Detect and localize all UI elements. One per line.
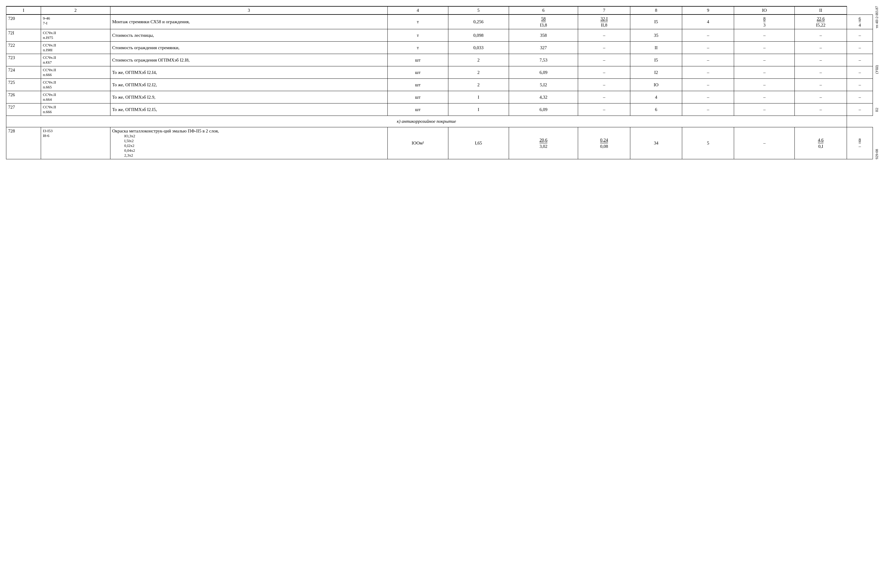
- col-header-2: 2: [41, 6, 110, 15]
- row-col10: –: [795, 54, 847, 66]
- row-col6: –: [578, 66, 630, 79]
- row-col6: –: [578, 54, 630, 66]
- col-header-8: 8: [630, 6, 682, 15]
- row-col7: IO: [630, 79, 682, 91]
- row-description: Стоимость лестницы,: [110, 29, 387, 42]
- row-id: 720: [6, 15, 41, 29]
- row-col5: 58 I3,8: [509, 15, 578, 29]
- row-col11: –: [847, 42, 873, 54]
- row-code: ССЧч.II п.666: [41, 66, 110, 79]
- row-col8: 4: [682, 15, 734, 29]
- row-col4: 0,098: [448, 29, 509, 42]
- row-code: ССЧч.II п.I975: [41, 29, 110, 42]
- row-col5: 7,53: [509, 54, 578, 66]
- row-description-728: Окраска металлоконструк-ций эмалью ПФ-II…: [110, 128, 387, 159]
- row-col4: 2: [448, 66, 509, 79]
- row-id: 723: [6, 54, 41, 66]
- row-col6: –: [578, 79, 630, 91]
- row-col9: –: [734, 128, 795, 159]
- row-id: 728: [6, 128, 41, 159]
- row-col11: –: [847, 54, 873, 66]
- table-row: 723 ССЧч.II п.€67 Стоимость ограждения О…: [6, 54, 873, 66]
- row-col7: 34: [630, 128, 682, 159]
- row-col4: 2: [448, 54, 509, 66]
- row-unit: шт: [387, 54, 448, 66]
- row-code: ССЧч.II п.666: [41, 104, 110, 116]
- table-row: 726 ССЧч.II п.664 То же, ОГПМХэб I2.9, ш…: [6, 91, 873, 104]
- row-col5: 6,09: [509, 66, 578, 79]
- row-col10: 4,6 0,I: [795, 128, 847, 159]
- row-col5: 20,6 3,02: [509, 128, 578, 159]
- row-col10: –: [795, 79, 847, 91]
- row-col4: I: [448, 91, 509, 104]
- right-margin-labels: тп 4II-2-I83.87 (УШ) II2 929-08: [873, 6, 885, 159]
- row-col4: I,65: [448, 128, 509, 159]
- section-header-text: к) антикоррозийное покрытие: [6, 116, 847, 128]
- row-col8: –: [682, 54, 734, 66]
- section-header-row: к) антикоррозийное покрытие: [6, 116, 873, 128]
- right-label-bottom-full: 929-08: [875, 146, 885, 159]
- row-unit: т: [387, 42, 448, 54]
- row-unit: шт: [387, 66, 448, 79]
- table-row: 724 ССЧч.II п.666 То же, ОГПМХэб I2.I4, …: [6, 66, 873, 79]
- col-header-5: 5: [448, 6, 509, 15]
- row-col8: 5: [682, 128, 734, 159]
- row-description: То же, ОГПМХэб I2.9,: [110, 91, 387, 104]
- table-row: 722 ССЧч.II п.I98I Стоимость ограждения …: [6, 42, 873, 54]
- row-col9: –: [734, 104, 795, 116]
- row-code: ССЧч.II п.I98I: [41, 42, 110, 54]
- row-col9: –: [734, 29, 795, 42]
- row-id: 724: [6, 66, 41, 79]
- row-col9: –: [734, 54, 795, 66]
- row-col8: –: [682, 42, 734, 54]
- row-id: 726: [6, 91, 41, 104]
- row-col5: 4,32: [509, 91, 578, 104]
- row-id: 725: [6, 79, 41, 91]
- row-col11: –: [847, 104, 873, 116]
- table-row: 727 ССЧч.II п.666 То же, ОГПМХэб I2.I5, …: [6, 104, 873, 116]
- row-col10: 22,6 I5,22: [795, 15, 847, 29]
- row-col8: –: [682, 91, 734, 104]
- row-col5: 358: [509, 29, 578, 42]
- row-col7: I2: [630, 66, 682, 79]
- row-description: Стоимость ограждения стремянки,: [110, 42, 387, 54]
- row-id: 72I: [6, 29, 41, 42]
- row-col8: –: [682, 104, 734, 116]
- row-col5: 5,I2: [509, 79, 578, 91]
- row-code: ССЧч.II п.€67: [41, 54, 110, 66]
- right-label-top: тп 4II-2-I83.87: [875, 6, 885, 32]
- main-table: I 2 3 4 5 6 7 8 9 IO II 720 9-46 7-I: [6, 6, 873, 159]
- row-col7: 4: [630, 91, 682, 104]
- row-col7: I5: [630, 54, 682, 66]
- row-col7: I5: [630, 15, 682, 29]
- col-header-6: 6: [509, 6, 578, 15]
- table-row: 72I ССЧч.II п.I975 Стоимость лестницы, т…: [6, 29, 873, 42]
- row-unit: шт: [387, 79, 448, 91]
- row-col10: –: [795, 42, 847, 54]
- row-unit: шт: [387, 91, 448, 104]
- row-col9: –: [734, 79, 795, 91]
- row-col8: –: [682, 66, 734, 79]
- row-col11: 6 4: [847, 15, 873, 29]
- row-col6: –: [578, 29, 630, 42]
- row-col11: –: [847, 29, 873, 42]
- row-col8: –: [682, 29, 734, 42]
- row-col4: 0,033: [448, 42, 509, 54]
- page-wrapper: I 2 3 4 5 6 7 8 9 IO II 720 9-46 7-I: [6, 6, 885, 159]
- row-col5: 6,09: [509, 104, 578, 116]
- row-description: Монтаж стремянки СХ58 и ограждения,: [110, 15, 387, 29]
- row-unit: т: [387, 15, 448, 29]
- row-col9: –: [734, 42, 795, 54]
- row-description: То же, ОГПМХэб I2.I5,: [110, 104, 387, 116]
- row-col4: 2: [448, 79, 509, 91]
- row-col6: –: [578, 91, 630, 104]
- row-col11: 8 –: [847, 128, 873, 159]
- row-col6: –: [578, 104, 630, 116]
- row-description: Стоимость ограждения ОГПМХэб I2.I8,: [110, 54, 387, 66]
- row-col6: 0,24 0,08: [578, 128, 630, 159]
- table-row: 728 I3-I53 I8-6 Окраска металлоконструк-…: [6, 128, 873, 159]
- table-row: 720 9-46 7-I Монтаж стремянки СХ58 и огр…: [6, 15, 873, 29]
- row-unit: IOOм²: [387, 128, 448, 159]
- row-description: То же, ОГПМХэб I2.I2,: [110, 79, 387, 91]
- right-label-bottom-partial: II2: [875, 108, 885, 112]
